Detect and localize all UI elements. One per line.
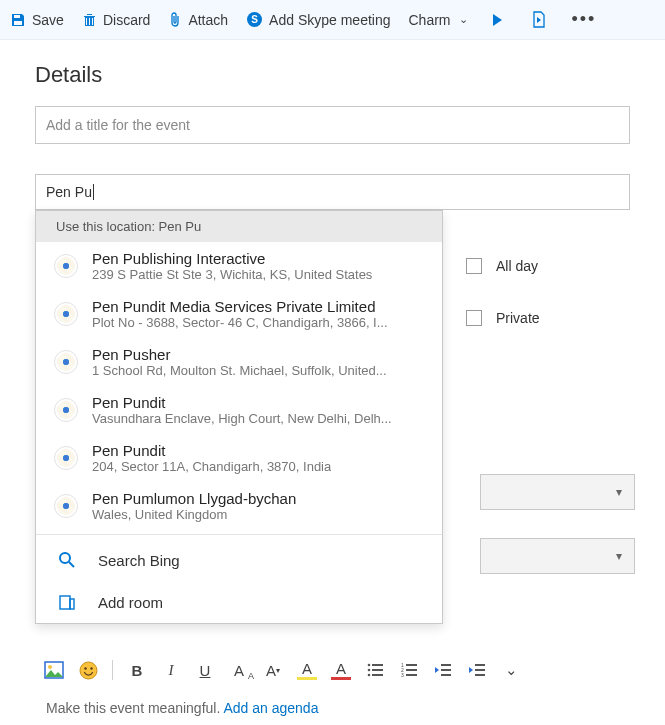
location-suggestion[interactable]: Pen Pundit 204, Sector 11A, Chandigarh, … [36, 434, 442, 482]
room-icon [56, 593, 78, 611]
map-pin-icon [54, 350, 78, 374]
more-actions-button[interactable]: ••• [568, 9, 601, 30]
search-bing-action[interactable]: Search Bing [36, 539, 442, 581]
svg-rect-12 [372, 664, 383, 666]
add-room-action[interactable]: Add room [36, 581, 442, 623]
save-icon [10, 12, 26, 28]
text-caret [93, 184, 94, 200]
svg-rect-5 [70, 599, 74, 609]
location-suggestions-dropdown: Use this location: Pen Pu Pen Publishing… [35, 210, 443, 624]
svg-rect-28 [475, 674, 485, 676]
paperclip-icon [168, 11, 182, 29]
skype-meeting-button[interactable]: S Add Skype meeting [246, 11, 390, 28]
event-title-field[interactable] [35, 106, 630, 144]
svg-line-3 [69, 562, 74, 567]
font-color-button[interactable]: A [331, 660, 351, 680]
number-list-button[interactable]: 123 [399, 660, 419, 680]
svg-rect-23 [441, 664, 451, 666]
location-input-value: Pen Pu [46, 184, 92, 200]
map-pin-icon [54, 302, 78, 326]
map-pin-icon [54, 398, 78, 422]
font-size-button[interactable]: AA [229, 660, 249, 680]
divider [36, 534, 442, 535]
more-format-button[interactable]: ⌄ [501, 660, 521, 680]
svg-point-10 [90, 667, 92, 669]
italic-button[interactable]: I [161, 660, 181, 680]
svg-rect-18 [406, 664, 417, 666]
reminder-select[interactable]: ▾ [480, 474, 635, 510]
format-toolbar: B I U AA A▾ A A 123 ⌄ [44, 660, 521, 680]
svg-rect-22 [406, 674, 417, 676]
svg-rect-14 [372, 669, 383, 671]
svg-point-7 [48, 665, 52, 669]
insert-image-button[interactable] [44, 660, 64, 680]
svg-point-2 [60, 553, 70, 563]
attach-button[interactable]: Attach [168, 11, 228, 29]
use-this-location-row[interactable]: Use this location: Pen Pu [36, 211, 442, 242]
charm-label: Charm [409, 12, 451, 28]
map-pin-icon [54, 254, 78, 278]
categorize-icon[interactable] [486, 12, 509, 28]
location-suggestion[interactable]: Pen Pusher 1 School Rd, Moulton St. Mich… [36, 338, 442, 386]
trash-icon [82, 12, 97, 28]
highlight-button[interactable]: A [297, 660, 317, 680]
checkbox-icon [466, 258, 482, 274]
location-suggestion[interactable]: Pen Publishing Interactive 239 S Pattie … [36, 242, 442, 290]
event-body-placeholder[interactable]: Make this event meaningful. Add an agend… [46, 700, 318, 716]
page-title: Details [35, 62, 630, 88]
add-agenda-link[interactable]: Add an agenda [223, 700, 318, 716]
save-button[interactable]: Save [10, 12, 64, 28]
event-title-input[interactable] [46, 117, 619, 133]
svg-rect-16 [372, 674, 383, 676]
location-field[interactable]: Pen Pu [35, 174, 630, 210]
charm-menu[interactable]: Charm ⌄ [409, 12, 468, 28]
svg-rect-26 [475, 664, 485, 666]
emoji-button[interactable] [78, 660, 98, 680]
attach-label: Attach [188, 12, 228, 28]
svg-rect-25 [441, 674, 451, 676]
svg-point-11 [367, 664, 370, 667]
checkbox-icon [466, 310, 482, 326]
chevron-down-icon: ▾ [616, 485, 622, 499]
search-icon [56, 551, 78, 569]
discard-label: Discard [103, 12, 150, 28]
command-toolbar: Save Discard Attach S Add Skype meeting … [0, 0, 665, 40]
skype-icon: S [246, 11, 263, 28]
underline-button[interactable]: U [195, 660, 215, 680]
svg-text:S: S [251, 14, 258, 25]
all-day-checkbox[interactable]: All day [466, 258, 540, 274]
location-suggestion[interactable]: Pen Pundit Vasundhara Enclave, High Cour… [36, 386, 442, 434]
indent-button[interactable] [467, 660, 487, 680]
show-as-select[interactable]: ▾ [480, 538, 635, 574]
chevron-down-icon: ▾ [616, 549, 622, 563]
svg-point-9 [84, 667, 86, 669]
chevron-down-icon: ⌄ [459, 13, 468, 26]
location-suggestion[interactable]: Pen Pundit Media Services Private Limite… [36, 290, 442, 338]
private-checkbox[interactable]: Private [466, 310, 540, 326]
svg-rect-27 [475, 669, 485, 671]
event-options: All day Private [466, 258, 540, 326]
svg-point-13 [367, 669, 370, 672]
map-pin-icon [54, 494, 78, 518]
font-picker-button[interactable]: A▾ [263, 660, 283, 680]
svg-rect-24 [441, 669, 451, 671]
skype-label: Add Skype meeting [269, 12, 390, 28]
svg-point-8 [80, 662, 97, 679]
svg-point-15 [367, 674, 370, 677]
divider [112, 660, 113, 680]
svg-rect-20 [406, 669, 417, 671]
outdent-button[interactable] [433, 660, 453, 680]
map-pin-icon [54, 446, 78, 470]
insert-icon[interactable] [527, 11, 550, 28]
save-label: Save [32, 12, 64, 28]
location-suggestion[interactable]: Pen Pumlumon Llygad-bychan Wales, United… [36, 482, 442, 530]
bold-button[interactable]: B [127, 660, 147, 680]
svg-text:3: 3 [401, 672, 404, 677]
discard-button[interactable]: Discard [82, 12, 150, 28]
bullet-list-button[interactable] [365, 660, 385, 680]
svg-rect-4 [60, 596, 70, 609]
